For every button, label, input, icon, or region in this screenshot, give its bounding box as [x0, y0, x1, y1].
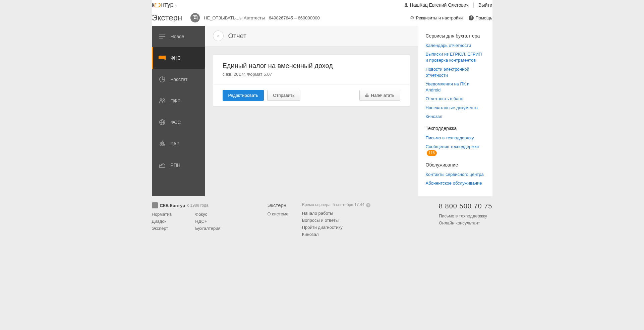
cloud-icon	[155, 3, 161, 7]
topbar: к нтур ⌵ НашКац Евгений Олегович Выйти	[152, 0, 492, 10]
footer-link[interactable]: Фокус	[195, 212, 220, 217]
footer-extern-title: Экстерн	[267, 202, 288, 208]
skb-logo-icon	[152, 202, 158, 208]
sidebar-item-rpn[interactable]: РПН	[152, 154, 205, 176]
chevron-down-icon: ⌵	[175, 3, 177, 7]
rightbar-link[interactable]: Кинозал	[426, 114, 485, 120]
report-card: Единый налог на вмененный доход с Iкв. 2…	[213, 54, 410, 107]
server-time: Время сервера: 5 сентября 17:44 ?	[302, 202, 371, 207]
content: ‹ Отчет Единый налог на вмененный доход …	[205, 26, 418, 196]
settings-link[interactable]: ⚙ Реквизиты и настройки	[410, 15, 463, 20]
footer-link[interactable]: Эксперт	[152, 226, 172, 231]
footer: СКБ Контур с 1988 года Норматив Диадок Э…	[152, 196, 492, 250]
back-button[interactable]: ‹	[213, 30, 224, 41]
logout-link[interactable]: Выйти	[478, 2, 492, 8]
footer-link[interactable]: Норматив	[152, 212, 172, 217]
page-title: Отчет	[228, 32, 247, 40]
gear-icon: ⚙	[410, 15, 414, 20]
svg-point-5	[163, 99, 164, 101]
svg-point-4	[160, 99, 162, 101]
rightbar-link[interactable]: Уведомления на ПК и Android	[426, 81, 485, 93]
org-icon[interactable]	[190, 13, 200, 22]
sidebar-item-label: Росстат	[171, 77, 188, 82]
rightbar-link[interactable]: Напечатанные документы	[426, 105, 485, 111]
help-icon: ?	[469, 15, 474, 20]
user-name: НашКац Евгений Олегович	[410, 2, 469, 8]
new-icon	[159, 33, 166, 40]
sidebar-item-label: ФСС	[171, 120, 181, 125]
sidebar-item-fns[interactable]: ФНС	[152, 47, 205, 69]
print-label: Напечатать	[371, 93, 395, 98]
help-link[interactable]: ? Помощь	[469, 15, 492, 20]
footer-link[interactable]: Диадок	[152, 219, 172, 224]
sidebar-item-label: РПН	[171, 162, 181, 168]
sidebar-item-label: РАР	[171, 141, 180, 146]
header-row: Экстерн НЕ_ОТЗЫВАТЬ...ы Автотесты 649826…	[152, 10, 492, 26]
rightbar-link-text: Сообщения техподдержки	[426, 144, 479, 149]
footer-logo[interactable]: СКБ Контур с 1988 года	[152, 202, 221, 208]
rightbar-link[interactable]: Отчетность в банк	[426, 96, 485, 102]
logo-text-left: к	[152, 1, 155, 8]
rightbar: Сервисы для бухгалтера Календарь отчетно…	[418, 26, 492, 196]
sidebar-item-rosstat[interactable]: Росстат	[152, 69, 205, 90]
footer-link[interactable]: Пройти диагностику	[302, 225, 371, 230]
app-title: Экстерн	[152, 13, 182, 22]
footer-link[interactable]: НДС+	[195, 219, 220, 224]
org-name[interactable]: НЕ_ОТЗЫВАТЬ...ы Автотесты	[204, 15, 265, 20]
svg-point-11	[162, 144, 163, 145]
globe-icon	[159, 119, 166, 126]
chevron-left-icon: ‹	[217, 33, 219, 39]
send-button[interactable]: Отправить	[267, 90, 300, 101]
pie-icon	[159, 76, 166, 83]
rightbar-link[interactable]: Календарь отчетности	[426, 43, 485, 49]
logo-text-right: нтур	[161, 1, 173, 8]
footer-since: с 1988 года	[187, 203, 209, 208]
help-label: Помощь	[475, 15, 492, 20]
person-icon	[404, 3, 408, 7]
people-icon	[159, 97, 166, 105]
grapes-icon	[159, 140, 166, 147]
sidebar-item-rar[interactable]: РАР	[152, 133, 205, 154]
sidebar: Новое ФНС Росстат ПФР	[152, 26, 205, 196]
rightbar-link[interactable]: Письмо в техподдержку	[426, 135, 485, 141]
footer-phone: 8 800 500 70 75	[439, 202, 492, 210]
rightbar-link[interactable]: Новости электронной отчетности	[426, 66, 485, 78]
sidebar-item-pfr[interactable]: ПФР	[152, 90, 205, 112]
report-subtitle: с Iкв. 2017г. Формат 5.07	[223, 72, 400, 77]
footer-link[interactable]: Бухгалтерия	[195, 226, 220, 231]
rightbar-section-title: Техподдержка	[426, 126, 485, 131]
svg-point-9	[161, 142, 162, 144]
flag-icon	[159, 54, 166, 62]
sidebar-item-new[interactable]: Новое	[152, 26, 205, 47]
main-layout: Новое ФНС Росстат ПФР	[152, 26, 492, 196]
print-icon: 🖶	[365, 93, 369, 98]
footer-link[interactable]: Вопросы и ответы	[302, 218, 371, 223]
edit-button[interactable]: Редактировать	[223, 90, 264, 101]
svg-point-12	[160, 144, 161, 145]
svg-point-13	[163, 144, 165, 145]
sidebar-item-label: ФНС	[171, 55, 181, 61]
content-header: ‹ Отчет	[205, 26, 418, 46]
kontur-logo[interactable]: к нтур ⌵	[152, 1, 177, 8]
footer-link[interactable]: О системе	[267, 211, 288, 216]
info-icon[interactable]: ?	[366, 203, 370, 207]
report-title: Единый налог на вмененный доход	[223, 62, 400, 70]
rightbar-link[interactable]: Абонентское обслуживание	[426, 180, 485, 186]
sidebar-item-label: Новое	[171, 34, 184, 39]
settings-label: Реквизиты и настройки	[416, 15, 463, 20]
print-button[interactable]: 🖶 Напечатать	[359, 90, 400, 101]
sidebar-item-fss[interactable]: ФСС	[152, 112, 205, 133]
rightbar-link[interactable]: Контакты сервисного центра	[426, 172, 485, 178]
rightbar-link[interactable]: Выписки из ЕГРЮЛ, ЕГРИП и проверка контр…	[426, 51, 485, 63]
footer-link[interactable]: Начало работы	[302, 211, 371, 216]
badge: 116	[427, 150, 437, 156]
footer-link[interactable]: Онлайн консультант	[439, 220, 492, 225]
rightbar-section-title: Сервисы для бухгалтера	[426, 33, 485, 39]
footer-link[interactable]: Письмо в техподдержку	[439, 213, 492, 218]
user-link[interactable]: НашКац Евгений Олегович	[404, 2, 469, 8]
svg-point-10	[163, 142, 164, 144]
rightbar-section-title: Обслуживание	[426, 162, 485, 168]
divider	[473, 2, 474, 8]
rightbar-link-badge[interactable]: Сообщения техподдержки 116	[426, 144, 485, 156]
footer-link[interactable]: Кинозал	[302, 232, 371, 237]
